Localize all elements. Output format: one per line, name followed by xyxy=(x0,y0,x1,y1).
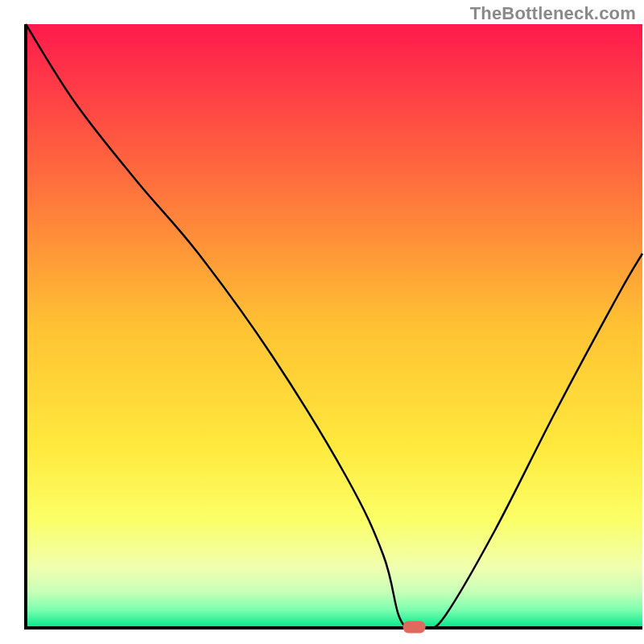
bottleneck-chart xyxy=(0,0,644,644)
plot-background xyxy=(26,24,642,628)
bottleneck-marker xyxy=(403,621,426,634)
chart-container: TheBottleneck.com xyxy=(0,0,644,644)
watermark-text: TheBottleneck.com xyxy=(470,3,636,24)
